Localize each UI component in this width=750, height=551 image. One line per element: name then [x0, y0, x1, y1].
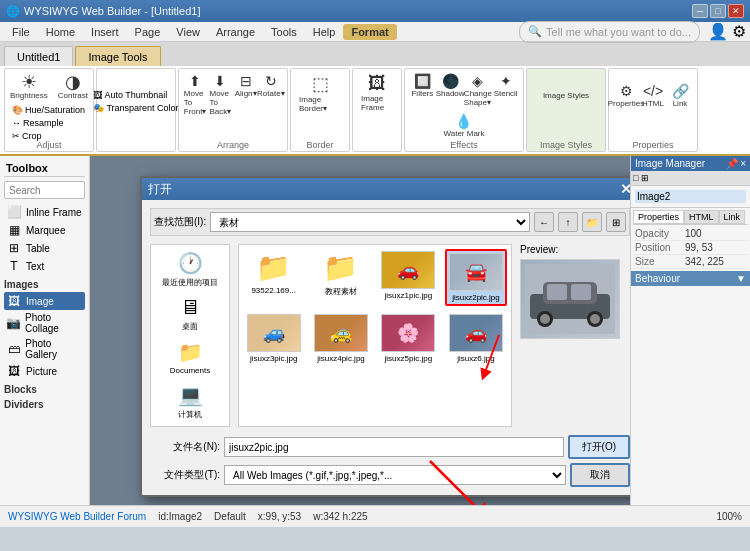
file-item-folder2[interactable]: 📁 教程素材 — [310, 249, 371, 306]
img3-label: jisuxz3pic.jpg — [250, 354, 298, 363]
file-item-folder1[interactable]: 📁 93522.169... — [243, 249, 304, 306]
ribbon-image-frame[interactable]: 🖼 Image Frame — [357, 71, 397, 114]
menu-page[interactable]: Page — [127, 24, 169, 40]
dialog-close-button[interactable]: ✕ — [620, 181, 630, 197]
behaviour-toggle[interactable]: ▼ — [736, 273, 746, 284]
ribbon-align[interactable]: ⊟ Align▾ — [234, 71, 258, 118]
filename-input[interactable] — [224, 437, 564, 457]
toolbox-search-input[interactable] — [4, 181, 85, 199]
ribbon-html[interactable]: </> HTML — [640, 81, 666, 110]
ribbon-filters[interactable]: 🔲 Filters — [409, 71, 436, 109]
picture-icon: 🖼 — [6, 364, 22, 378]
ribbon-contrast[interactable]: ◑ Contrast — [54, 71, 92, 102]
menu-insert[interactable]: Insert — [83, 24, 127, 40]
tab-untitled1[interactable]: Untitled1 — [4, 46, 73, 66]
toolbox-item-image[interactable]: 🖼 Image — [4, 292, 85, 310]
panel-close-icon[interactable]: × — [740, 158, 746, 169]
toolbox-item-photo-collage[interactable]: 📷 Photo Collage — [4, 310, 85, 336]
status-forum-link[interactable]: WYSIWYG Web Builder Forum — [8, 511, 146, 522]
move-front-label: Move To Front▾ — [184, 89, 207, 116]
rotate-label: Rotate▾ — [257, 89, 285, 98]
tab-image-tools[interactable]: Image Tools — [75, 46, 160, 66]
dialog-left-recent[interactable]: 🕐 最近使用的项目 — [155, 249, 225, 290]
ribbon-rotate[interactable]: ↻ Rotate▾ — [259, 71, 283, 118]
file-item-img1[interactable]: 🚗 jisuxz1pic.jpg — [378, 249, 439, 306]
behaviour-label: Behaviour — [635, 273, 680, 284]
panel-toolbar-icon2[interactable]: ⊞ — [641, 173, 649, 183]
prop-tab-html[interactable]: HTML — [684, 210, 719, 224]
dialog-left-panel: 🕐 最近使用的项目 🖥 桌面 📁 Documents 💻 — [150, 244, 230, 427]
file-item-img5[interactable]: 🌸 jisuxz5pic.jpg — [378, 312, 439, 365]
file-item-img2[interactable]: 🚘 jisuxz2pic.jpg — [445, 249, 507, 306]
search-icon: 🔍 — [528, 25, 542, 38]
toolbox-item-marquee[interactable]: ▦ Marquee — [4, 221, 85, 239]
panel-item-1[interactable]: Image2 — [635, 190, 746, 203]
filetype-select[interactable]: All Web Images (*.gif,*.jpg,*.jpeg,*... — [224, 465, 566, 485]
dialog-up-btn[interactable]: ↑ — [558, 212, 578, 232]
toolbox-item-text[interactable]: T Text — [4, 257, 85, 275]
menu-help[interactable]: Help — [305, 24, 344, 40]
dialog-location-select[interactable]: 素材 — [210, 212, 530, 232]
menu-view[interactable]: View — [168, 24, 208, 40]
properties-label: Properties — [608, 99, 644, 108]
file-item-img4[interactable]: 🚕 jisuxz4pic.jpg — [310, 312, 371, 365]
img1-thumb: 🚗 — [381, 251, 435, 289]
dialog-left-desktop[interactable]: 🖥 桌面 — [155, 294, 225, 334]
toolbox-item-inline-frame[interactable]: ⬜ Inline Frame — [4, 203, 85, 221]
hue-label: Hue/Saturation — [25, 105, 85, 115]
ribbon-auto-thumbnail[interactable]: 🖼 Auto Thumbnail — [90, 89, 181, 101]
file-item-img3[interactable]: 🚙 jisuxz3pic.jpg — [243, 312, 304, 365]
close-button[interactable]: ✕ — [728, 4, 744, 18]
maximize-button[interactable]: □ — [710, 4, 726, 18]
svg-point-8 — [540, 314, 550, 324]
ribbon-change-shape[interactable]: ◈ Change Shape▾ — [465, 71, 492, 109]
ribbon-hue-saturation[interactable]: 🎨 Hue/Saturation — [9, 104, 89, 116]
ribbon-brightness[interactable]: ☀ Brightness — [6, 71, 52, 102]
prop-tab-link[interactable]: Link — [719, 210, 746, 224]
dialog-new-folder-btn[interactable]: 📁 — [582, 212, 602, 232]
ribbon-stencil[interactable]: ✦ Stencil — [492, 71, 519, 109]
ribbon-move-to-front[interactable]: ⬆ Move To Front▾ — [183, 71, 207, 118]
dialog-left-computer[interactable]: 💻 计算机 — [155, 381, 225, 422]
open-button[interactable]: 打开(O) — [568, 435, 630, 459]
prop-tab-properties[interactable]: Properties — [633, 210, 684, 224]
page-selector[interactable]: Default — [214, 511, 246, 522]
transparent-icon: 🎭 — [93, 103, 104, 113]
ribbon-water-mark[interactable]: 💧 Water Mark — [439, 111, 488, 140]
file-item-img6[interactable]: 🚗 jisuxz6.jpg — [445, 312, 507, 365]
menu-format[interactable]: Format — [343, 24, 396, 40]
frame-label: Image Frame — [361, 94, 393, 112]
ribbon-transparent-color[interactable]: 🎭 Transparent Color — [90, 102, 181, 114]
ribbon-resample[interactable]: ↔ Resample — [9, 117, 89, 129]
window-controls[interactable]: ─ □ ✕ — [692, 4, 744, 18]
cancel-button[interactable]: 取消 — [570, 463, 630, 487]
close-icon: ✕ — [732, 6, 740, 16]
panel-pin-icon[interactable]: 📌 — [726, 158, 738, 169]
toolbox-item-table[interactable]: ⊞ Table — [4, 239, 85, 257]
img2-label: jisuxz2pic.jpg — [452, 293, 500, 302]
position-label: Position — [635, 242, 685, 253]
shape-icon: ◈ — [472, 73, 483, 89]
ribbon-link[interactable]: 🔗 Link — [667, 81, 693, 110]
dialog-back-btn[interactable]: ← — [534, 212, 554, 232]
user-icon: 👤 — [708, 22, 728, 41]
menu-arrange[interactable]: Arrange — [208, 24, 263, 40]
minimize-button[interactable]: ─ — [692, 4, 708, 18]
ribbon-shadow[interactable]: 🌑 Shadow — [437, 71, 464, 109]
shadow-label: Shadow — [436, 89, 465, 98]
dialog-view-btn[interactable]: ⊞ — [606, 212, 626, 232]
ribbon-search-bar[interactable]: 🔍 Tell me what you want to do... — [519, 21, 700, 43]
toolbox-item-picture[interactable]: 🖼 Picture — [4, 362, 85, 380]
ribbon-properties[interactable]: ⚙ Properties — [613, 81, 639, 110]
ribbon-image-border[interactable]: ⬚ Image Border▾ — [295, 71, 345, 115]
toolbox-item-photo-gallery[interactable]: 🗃 Photo Gallery — [4, 336, 85, 362]
html-label: HTML — [642, 99, 664, 108]
status-position: x:99, y:53 — [258, 511, 301, 522]
menu-tools[interactable]: Tools — [263, 24, 305, 40]
menu-home[interactable]: Home — [38, 24, 83, 40]
panel-toolbar-icon1[interactable]: □ — [633, 173, 638, 183]
menu-file[interactable]: File — [4, 24, 38, 40]
dialog-content-area: 🕐 最近使用的项目 🖥 桌面 📁 Documents 💻 — [150, 244, 630, 427]
ribbon-move-to-back[interactable]: ⬇ Move To Back▾ — [208, 71, 232, 118]
dialog-left-documents[interactable]: 📁 Documents — [155, 338, 225, 377]
